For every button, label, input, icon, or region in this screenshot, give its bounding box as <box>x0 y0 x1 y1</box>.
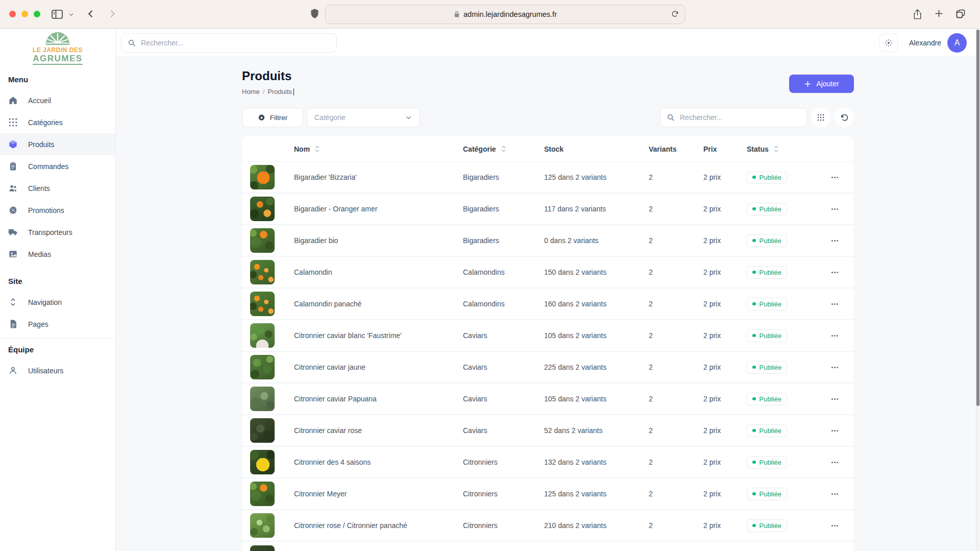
table-search[interactable] <box>660 108 807 127</box>
global-search-input[interactable] <box>141 39 330 47</box>
sidebar-item-utilisateurs[interactable]: Utilisateurs <box>0 360 115 381</box>
sidebar-item-medias[interactable]: Medias <box>0 243 115 265</box>
sidebar-nav: MenuAccueilCatégoriesProduitsCommandesCl… <box>0 75 115 381</box>
row-actions-button[interactable] <box>815 272 854 273</box>
column-header-cat-gorie[interactable]: Catégorie <box>455 145 536 153</box>
cell-stock: 117 dans 2 variants <box>536 205 641 213</box>
table-search-input[interactable] <box>680 113 800 122</box>
row-actions-button[interactable] <box>815 335 854 337</box>
row-actions-button[interactable] <box>815 303 854 305</box>
column-header-variants: Variants <box>641 145 695 153</box>
cell-category: Caviars <box>455 331 536 340</box>
minimize-window-button[interactable] <box>21 11 28 17</box>
sidebar-item-clients[interactable]: Clients <box>0 177 115 199</box>
row-actions-button[interactable] <box>815 367 854 368</box>
cell-name: Calamondin <box>286 268 455 276</box>
address-bar[interactable]: admin.lejardindesagrumes.fr <box>325 5 685 24</box>
sidebar-toggle-icon[interactable] <box>51 9 63 20</box>
table-row[interactable]: Bigaradier bioBigaradiers0 dans 2 varian… <box>242 225 854 257</box>
sidebar-item-pages[interactable]: Pages <box>0 313 115 335</box>
row-actions-button[interactable] <box>815 493 854 495</box>
cell-price: 2 prix <box>695 236 739 245</box>
table-row[interactable]: Citronnier des 4 saisonsCitronniers132 d… <box>242 447 854 478</box>
category-select[interactable]: Catégorie <box>307 108 420 127</box>
tabs-overview-icon[interactable] <box>955 9 966 19</box>
cell-price: 2 prix <box>695 426 739 435</box>
sort-icon[interactable] <box>315 145 320 153</box>
row-actions-button[interactable] <box>815 462 854 463</box>
close-window-button[interactable] <box>9 11 16 17</box>
sort-icon[interactable] <box>501 145 506 153</box>
sidebar: LE JARDIN DES AGRUMES MenuAccueilCatégor… <box>0 29 116 551</box>
brand-line2: AGRUMES <box>33 54 82 65</box>
cell-price: 2 prix <box>695 331 739 340</box>
table-row[interactable]: Citronnier caviar PapuanaCaviars105 dans… <box>242 384 854 415</box>
cell-price: 2 prix <box>695 363 739 371</box>
topbar: Alexandre A <box>116 29 980 57</box>
back-button[interactable] <box>86 9 96 19</box>
status-dot <box>752 207 756 211</box>
sidebar-item-navigation[interactable]: Navigation <box>0 291 115 313</box>
row-actions-button[interactable] <box>815 398 854 400</box>
scrollbar-track[interactable] <box>976 29 980 551</box>
add-product-button[interactable]: Ajouter <box>789 75 854 93</box>
table-row[interactable]: Bigaradier - Oranger amerBigaradiers117 … <box>242 194 854 225</box>
table-row[interactable]: Citronnier caviar jauneCaviars225 dans 2… <box>242 352 854 384</box>
table-row[interactable] <box>242 542 854 551</box>
status-dot <box>752 461 756 464</box>
table-row[interactable]: Citronnier MeyerCitronniers125 dans 2 va… <box>242 478 854 510</box>
sidebar-item-produits[interactable]: Produits <box>0 133 115 155</box>
cell-variants: 2 <box>641 521 695 530</box>
table-row[interactable]: Calamondin panachéCalamondins160 dans 2 … <box>242 289 854 320</box>
column-header-status[interactable]: Status <box>739 145 815 153</box>
chevron-down-icon[interactable] <box>68 12 74 17</box>
scrollbar-thumb[interactable] <box>976 30 979 406</box>
sidebar-item-transporteurs[interactable]: Transporteurs <box>0 221 115 243</box>
table-row[interactable]: Citronnier rose / Citronnier panachéCitr… <box>242 510 854 542</box>
product-thumbnail <box>250 228 275 253</box>
status-badge: Publiée <box>747 203 787 215</box>
product-thumbnail <box>250 197 275 221</box>
sidebar-item-accueil[interactable]: Accueil <box>0 89 115 111</box>
row-actions-button[interactable] <box>815 240 854 242</box>
avatar[interactable]: A <box>947 33 967 53</box>
table-row[interactable]: Citronnier caviar roseCaviars52 dans 2 v… <box>242 415 854 447</box>
reload-icon[interactable] <box>671 10 679 18</box>
share-icon[interactable] <box>913 9 922 20</box>
cell-price: 2 prix <box>695 173 739 181</box>
table-row[interactable]: CalamondinCalamondins150 dans 2 variants… <box>242 257 854 289</box>
user-name: Alexandre <box>909 39 941 47</box>
table-row[interactable]: Bigaradier 'Bizzaria'Bigaradiers125 dans… <box>242 162 854 194</box>
status-badge: Publiée <box>747 234 787 247</box>
column-header-nom[interactable]: Nom <box>286 145 455 153</box>
filter-button[interactable]: Filtrer <box>242 108 303 127</box>
zoom-window-button[interactable] <box>34 11 40 17</box>
row-actions-button[interactable] <box>815 177 854 178</box>
sort-icon[interactable] <box>774 145 778 153</box>
user-menu[interactable]: Alexandre A <box>909 33 967 53</box>
forward-button[interactable] <box>107 9 117 19</box>
privacy-shield-icon[interactable] <box>310 8 319 19</box>
sidebar-item-cat-gories[interactable]: Catégories <box>0 111 115 133</box>
status-badge: Publiée <box>747 298 787 310</box>
product-thumbnail <box>250 418 275 443</box>
row-actions-button[interactable] <box>815 525 854 526</box>
cell-stock: 0 dans 2 variants <box>536 236 641 245</box>
brand-line1: LE JARDIN DES <box>33 46 83 54</box>
table-header: NomCatégorieStockVariantsPrixStatus <box>242 136 854 162</box>
table-row[interactable]: Citronnier caviar blanc 'Faustrime'Cavia… <box>242 320 854 352</box>
sidebar-item-commandes[interactable]: Commandes <box>0 155 115 177</box>
sidebar-item-promotions[interactable]: Promotions <box>0 199 115 221</box>
logo[interactable]: LE JARDIN DES AGRUMES <box>0 29 115 74</box>
breadcrumb-home[interactable]: Home <box>242 88 260 95</box>
status-dot <box>752 302 756 306</box>
row-actions-button[interactable] <box>815 430 854 432</box>
refresh-button[interactable] <box>835 108 854 127</box>
new-tab-icon[interactable] <box>934 9 944 18</box>
view-toggle-button[interactable] <box>811 108 830 127</box>
global-search[interactable] <box>121 33 337 53</box>
theme-toggle-button[interactable] <box>879 34 898 52</box>
row-actions-button[interactable] <box>815 208 854 210</box>
breadcrumb-current: Produits <box>267 88 292 95</box>
product-thumbnail <box>250 323 275 348</box>
